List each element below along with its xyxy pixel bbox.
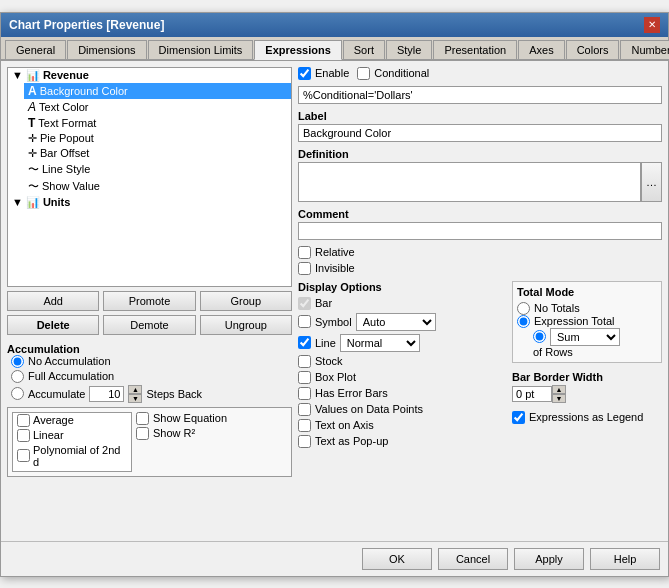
invisible-check[interactable] — [298, 262, 311, 275]
trendlines-list[interactable]: Average Linear Polynomial of 2nd d — [12, 412, 132, 472]
comment-input[interactable] — [298, 222, 662, 240]
cross-icon-2: ✛ — [28, 147, 37, 160]
ungroup-button[interactable]: Ungroup — [200, 315, 292, 335]
trend-polynomial[interactable]: Polynomial of 2nd d — [13, 443, 131, 469]
has-error-bars-check[interactable] — [298, 387, 311, 400]
symbol-select[interactable]: Auto — [356, 313, 436, 331]
trend-polynomial-check[interactable] — [17, 449, 30, 462]
spin-up-btn[interactable]: ▲ — [128, 385, 142, 394]
cancel-button[interactable]: Cancel — [438, 548, 508, 570]
tree-item-text-format[interactable]: T Text Format — [24, 115, 291, 131]
no-totals-radio[interactable] — [517, 302, 530, 315]
group-button[interactable]: Group — [200, 291, 292, 311]
tab-general[interactable]: General — [5, 40, 66, 59]
no-accumulation-radio[interactable] — [11, 355, 24, 368]
add-button[interactable]: Add — [7, 291, 99, 311]
bar-border-input[interactable] — [512, 386, 552, 402]
values-on-data-points-option[interactable]: Values on Data Points — [298, 403, 436, 416]
tree-item-pie-popout[interactable]: ✛ Pie Popout — [24, 131, 291, 146]
tree-group-revenue[interactable]: ▼ 📊 Revenue — [8, 68, 291, 83]
tab-axes[interactable]: Axes — [518, 40, 564, 59]
close-button[interactable]: ✕ — [644, 17, 660, 33]
help-button[interactable]: Help — [590, 548, 660, 570]
bar-chart-icon-2: 📊 — [26, 196, 40, 209]
relative-option[interactable]: Relative — [298, 246, 662, 259]
expression-total-radio[interactable] — [517, 315, 530, 328]
conditional-input[interactable] — [298, 86, 662, 104]
enable-check[interactable] — [298, 67, 311, 80]
tab-expressions[interactable]: Expressions — [254, 40, 341, 60]
definition-expand-button[interactable]: … — [641, 162, 662, 202]
tab-presentation[interactable]: Presentation — [433, 40, 517, 59]
definition-field-label: Definition — [298, 148, 662, 160]
label-input[interactable] — [298, 124, 662, 142]
tab-style[interactable]: Style — [386, 40, 432, 59]
definition-input[interactable] — [298, 162, 641, 202]
tree-item-show-value[interactable]: 〜 Show Value — [24, 178, 291, 195]
accumulate-option[interactable]: Accumulate ▲ ▼ Steps Back — [11, 385, 292, 403]
steps-input[interactable] — [89, 386, 124, 402]
conditional-option[interactable]: Conditional — [357, 67, 429, 80]
tree-item-line-style[interactable]: 〜 Line Style — [24, 161, 291, 178]
bar-option[interactable]: Bar — [298, 297, 436, 310]
conditional-check[interactable] — [357, 67, 370, 80]
relative-check[interactable] — [298, 246, 311, 259]
has-error-bars-option[interactable]: Has Error Bars — [298, 387, 436, 400]
expressions-legend-option[interactable]: Expressions as Legend — [512, 411, 662, 424]
accumulate-radio[interactable] — [11, 387, 24, 400]
trend-average[interactable]: Average — [13, 413, 131, 428]
tree-item-bar-offset[interactable]: ✛ Bar Offset — [24, 146, 291, 161]
full-accumulation-option[interactable]: Full Accumulation — [11, 370, 292, 383]
trend-linear-check[interactable] — [17, 429, 30, 442]
tree-item-text-color[interactable]: A Text Color — [24, 99, 291, 115]
expressions-legend-check[interactable] — [512, 411, 525, 424]
sum-select[interactable]: Sum — [550, 328, 620, 346]
expression-tree[interactable]: ▼ 📊 Revenue A Background Color A Text Co… — [7, 67, 292, 287]
show-r2-check[interactable] — [136, 427, 149, 440]
line-check[interactable] — [298, 336, 311, 349]
promote-button[interactable]: Promote — [103, 291, 195, 311]
line-select[interactable]: Normal — [340, 334, 420, 352]
trend-average-check[interactable] — [17, 414, 30, 427]
ok-button[interactable]: OK — [362, 548, 432, 570]
full-accumulation-radio[interactable] — [11, 370, 24, 383]
stock-check[interactable] — [298, 355, 311, 368]
tab-colors[interactable]: Colors — [566, 40, 620, 59]
tab-number[interactable]: Number — [620, 40, 669, 59]
values-on-data-points-check[interactable] — [298, 403, 311, 416]
no-totals-option[interactable]: No Totals — [517, 302, 657, 315]
bar-border-spin-up[interactable]: ▲ — [552, 385, 566, 394]
show-r2-option[interactable]: Show R² — [136, 427, 227, 440]
sum-radio[interactable] — [533, 330, 546, 343]
tab-sort[interactable]: Sort — [343, 40, 385, 59]
enable-option[interactable]: Enable — [298, 67, 349, 80]
box-plot-option[interactable]: Box Plot — [298, 371, 436, 384]
text-as-popup-option[interactable]: Text as Pop-up — [298, 435, 436, 448]
tree-group-units[interactable]: ▼ 📊 Units — [8, 195, 291, 210]
tree-item-label: Background Color — [40, 85, 128, 97]
stock-option[interactable]: Stock — [298, 355, 436, 368]
show-equation-option[interactable]: Show Equation — [136, 412, 227, 425]
spin-down-btn[interactable]: ▼ — [128, 394, 142, 403]
text-on-axis-option[interactable]: Text on Axis — [298, 419, 436, 432]
bar-border-spin-down[interactable]: ▼ — [552, 394, 566, 403]
show-equation-check[interactable] — [136, 412, 149, 425]
apply-button[interactable]: Apply — [514, 548, 584, 570]
trend-linear[interactable]: Linear — [13, 428, 131, 443]
symbol-check[interactable] — [298, 315, 311, 328]
label-field-label: Label — [298, 110, 662, 122]
no-accumulation-option[interactable]: No Accumulation — [11, 355, 292, 368]
bar-check[interactable] — [298, 297, 311, 310]
tab-dimensions[interactable]: Dimensions — [67, 40, 146, 59]
delete-button[interactable]: Delete — [7, 315, 99, 335]
text-a-icon: A — [28, 84, 37, 98]
box-plot-check[interactable] — [298, 371, 311, 384]
tree-item-background-color[interactable]: A Background Color — [24, 83, 291, 99]
tree-item-label: Bar Offset — [40, 147, 89, 159]
text-as-popup-check[interactable] — [298, 435, 311, 448]
text-on-axis-check[interactable] — [298, 419, 311, 432]
expression-total-option[interactable]: Expression Total — [517, 315, 657, 328]
demote-button[interactable]: Demote — [103, 315, 195, 335]
tab-dimension-limits[interactable]: Dimension Limits — [148, 40, 254, 59]
invisible-option[interactable]: Invisible — [298, 262, 662, 275]
